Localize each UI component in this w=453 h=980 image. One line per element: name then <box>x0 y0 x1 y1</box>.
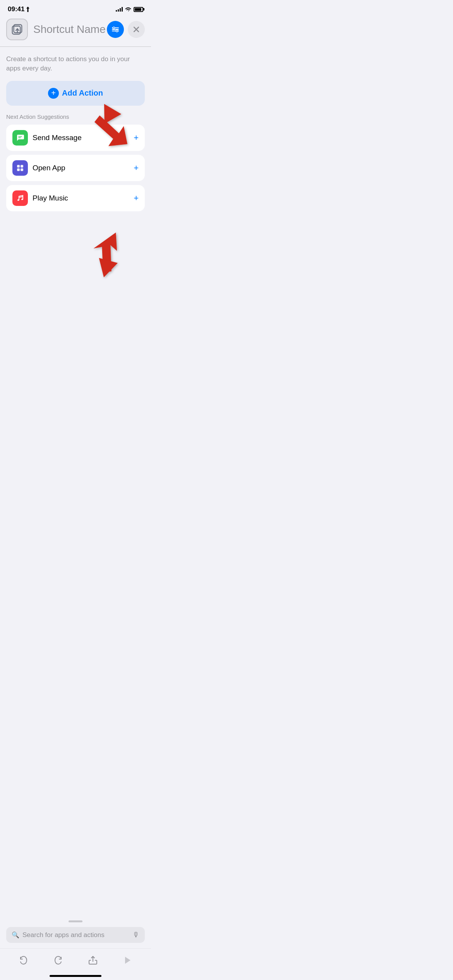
svg-rect-14 <box>21 165 23 168</box>
music-icon <box>12 190 28 206</box>
messages-icon <box>12 130 28 146</box>
add-action-label: Add Action <box>62 89 103 98</box>
svg-line-17 <box>19 197 23 197</box>
open-app-label: Open App <box>33 164 134 172</box>
add-plus-icon: + <box>48 88 59 99</box>
close-button[interactable] <box>128 21 145 38</box>
play-music-label: Play Music <box>33 194 134 202</box>
action-item-open-app[interactable]: Open App + <box>6 155 145 181</box>
svg-rect-13 <box>17 165 20 168</box>
open-app-add-icon[interactable]: + <box>134 163 139 173</box>
battery-icon <box>134 7 143 12</box>
red-arrow-down <box>75 223 137 285</box>
main-content: Create a shortcut to actions you do in y… <box>0 47 151 293</box>
header: Shortcut Name <box>0 15 151 46</box>
svg-point-5 <box>113 27 115 29</box>
signal-icon <box>116 7 123 12</box>
send-message-add-icon[interactable]: + <box>134 133 139 143</box>
settings-icon <box>111 25 120 34</box>
add-action-btn-inner: + Add Action <box>48 88 103 99</box>
action-item-send-message[interactable]: Send Message + <box>6 125 145 151</box>
arrow-down-spacer <box>6 215 145 293</box>
add-action-button[interactable]: + Add Action <box>6 81 145 106</box>
shortcut-name-label: Shortcut Name <box>33 23 107 36</box>
suggestions-label: Next Action Suggestions <box>6 113 145 120</box>
shortcuts-icon <box>11 23 23 36</box>
wifi-icon <box>125 7 131 12</box>
send-message-label: Send Message <box>33 134 134 142</box>
svg-point-6 <box>116 30 118 32</box>
action-item-play-music[interactable]: Play Music + <box>6 185 145 211</box>
time-label: 09:41 <box>8 5 24 13</box>
svg-marker-18 <box>88 228 122 274</box>
openapp-icon <box>12 160 28 176</box>
svg-marker-19 <box>94 258 118 279</box>
status-icons <box>116 7 143 12</box>
status-bar: 09:41 <box>0 0 151 15</box>
app-icon <box>6 19 28 40</box>
location-icon <box>26 7 30 12</box>
close-icon <box>134 27 139 32</box>
play-music-add-icon[interactable]: + <box>134 193 139 203</box>
header-buttons <box>107 21 145 38</box>
svg-rect-16 <box>21 168 23 171</box>
app-grid-icon <box>15 163 25 173</box>
settings-button[interactable] <box>107 21 124 38</box>
add-action-section: + Add Action <box>6 81 145 106</box>
status-time: 09:41 <box>8 5 30 13</box>
svg-rect-15 <box>17 168 20 171</box>
music-note-icon <box>15 194 25 203</box>
description-text: Create a shortcut to actions you do in y… <box>6 55 145 73</box>
messages-bubble-icon <box>15 133 25 142</box>
